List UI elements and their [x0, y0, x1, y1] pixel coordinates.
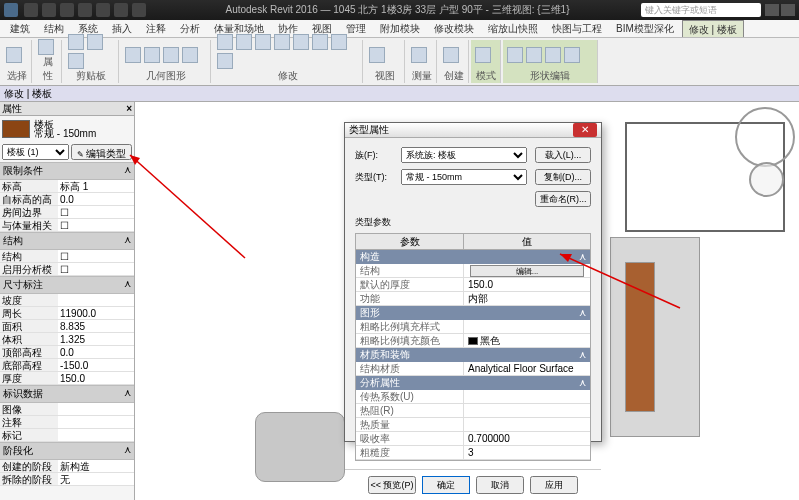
- close-icon[interactable]: ×: [126, 102, 132, 115]
- create-icon[interactable]: [443, 47, 459, 63]
- properties-panel: 属性 × 楼板 常规 - 150mm 楼板 (1) ✎ 编辑类型 限制条件⋏ 标…: [0, 102, 135, 500]
- dialog-close-button[interactable]: ✕: [573, 123, 597, 137]
- qat-btn[interactable]: [114, 3, 128, 17]
- instance-select[interactable]: 楼板 (1): [2, 144, 69, 160]
- maximize-btn[interactable]: [781, 4, 795, 16]
- family-label: 族(F):: [355, 149, 397, 162]
- tab-zoom[interactable]: 缩放山快照: [482, 20, 544, 37]
- type-swatch-icon: [2, 120, 30, 138]
- quick-access-toolbar: [24, 3, 146, 17]
- help-search[interactable]: 键入关键字或短语: [641, 3, 761, 17]
- ribbon-group-measure: 测量: [407, 40, 437, 83]
- rough-value[interactable]: 3: [464, 446, 590, 459]
- ribbon-tabs: 建筑 结构 系统 插入 注释 分析 体量和场地 协作 视图 管理 附加模块 修改…: [0, 20, 799, 38]
- structure-edit-button[interactable]: 编辑...: [470, 265, 583, 277]
- sect-graphics[interactable]: 图形⋏: [356, 306, 590, 320]
- window-title: Autodesk Revit 2016 — 1045 北方 1楼3房 33层 户…: [154, 3, 641, 17]
- mod-icon[interactable]: [217, 34, 233, 50]
- type-select[interactable]: 常规 - 150mm: [401, 169, 527, 185]
- shape-icon[interactable]: [507, 47, 523, 63]
- absorb-value[interactable]: 0.700000: [464, 432, 590, 445]
- col-param: 参数: [356, 234, 464, 249]
- section-phasing[interactable]: 阶段化⋏: [0, 442, 134, 460]
- section-identity[interactable]: 标识数据⋏: [0, 385, 134, 403]
- section-dimensions[interactable]: 尺寸标注⋏: [0, 276, 134, 294]
- mod-icon[interactable]: [217, 53, 233, 69]
- mode-icon[interactable]: [475, 47, 491, 63]
- measure-icon[interactable]: [411, 47, 427, 63]
- rename-button[interactable]: 重命名(R)...: [535, 191, 591, 207]
- thick-value: 150.0: [464, 278, 590, 291]
- struct-mat[interactable]: Analytical Floor Surface: [464, 362, 590, 375]
- geom-icon[interactable]: [144, 47, 160, 63]
- section-structural[interactable]: 结构⋏: [0, 232, 134, 250]
- mod-icon[interactable]: [312, 34, 328, 50]
- edit-type-button[interactable]: ✎ 编辑类型: [71, 144, 132, 160]
- mod-icon[interactable]: [255, 34, 271, 50]
- offset-value[interactable]: 0.0: [58, 193, 134, 205]
- analytical-check[interactable]: [58, 263, 134, 275]
- tab-quick[interactable]: 快图与工程: [546, 20, 608, 37]
- tab-modify-floor[interactable]: 修改 | 楼板: [682, 20, 744, 37]
- shape-icon[interactable]: [564, 47, 580, 63]
- shape-icon[interactable]: [545, 47, 561, 63]
- duplicate-button[interactable]: 复制(D)...: [535, 169, 591, 185]
- props-title: 属性: [2, 102, 22, 115]
- params-label: 类型参数: [355, 216, 591, 229]
- app-icon[interactable]: [4, 3, 18, 17]
- preview-button[interactable]: << 预览(P): [368, 476, 416, 494]
- minimize-btn[interactable]: [765, 4, 779, 16]
- qat-btn[interactable]: [132, 3, 146, 17]
- sect-construction[interactable]: 构造⋏: [356, 250, 590, 264]
- coarse-color[interactable]: 黑色: [464, 334, 590, 347]
- structural-check[interactable]: [58, 250, 134, 262]
- view-icon[interactable]: [369, 47, 385, 63]
- col-value: 值: [464, 234, 590, 249]
- type-label: 类型(T):: [355, 171, 397, 184]
- section-constraints[interactable]: 限制条件⋏: [0, 162, 134, 180]
- level-value[interactable]: 标高 1: [58, 180, 134, 192]
- sect-analytical[interactable]: 分析属性⋏: [356, 376, 590, 390]
- tab-modify-mod[interactable]: 修改模块: [428, 20, 480, 37]
- cancel-button[interactable]: 取消: [476, 476, 524, 494]
- select-icon[interactable]: [6, 47, 22, 63]
- ribbon-group-geometry: 几何图形: [121, 40, 211, 83]
- mass-rel-check[interactable]: [58, 219, 134, 231]
- cut-icon[interactable]: [87, 34, 103, 50]
- mod-icon[interactable]: [293, 34, 309, 50]
- type-selector[interactable]: 楼板 常规 - 150mm: [0, 116, 134, 142]
- tab-bim[interactable]: BIM模型深化: [610, 20, 680, 37]
- mod-icon[interactable]: [274, 34, 290, 50]
- qat-btn[interactable]: [78, 3, 92, 17]
- context-bar: 修改 | 楼板: [0, 86, 799, 102]
- tab-addins[interactable]: 附加模块: [374, 20, 426, 37]
- sect-materials[interactable]: 材质和装饰⋏: [356, 348, 590, 362]
- ok-button[interactable]: 确定: [422, 476, 470, 494]
- props-icon[interactable]: [38, 39, 54, 55]
- dialog-titlebar[interactable]: 类型属性 ✕: [345, 123, 601, 138]
- tab-analyze[interactable]: 分析: [174, 20, 206, 37]
- tab-struct[interactable]: 结构: [38, 20, 70, 37]
- tab-arch[interactable]: 建筑: [4, 20, 36, 37]
- family-select[interactable]: 系统族: 楼板: [401, 147, 527, 163]
- qat-btn[interactable]: [96, 3, 110, 17]
- function-value[interactable]: 内部: [464, 292, 590, 305]
- apply-button[interactable]: 应用: [530, 476, 578, 494]
- geom-icon[interactable]: [125, 47, 141, 63]
- shape-icon[interactable]: [526, 47, 542, 63]
- qat-btn[interactable]: [42, 3, 56, 17]
- ribbon-group-select: 选择: [2, 40, 32, 83]
- load-button[interactable]: 载入(L)...: [535, 147, 591, 163]
- geom-icon[interactable]: [182, 47, 198, 63]
- paste-icon[interactable]: [68, 34, 84, 50]
- room-bound-check[interactable]: [58, 206, 134, 218]
- copy-icon[interactable]: [68, 53, 84, 69]
- tab-annotate[interactable]: 注释: [140, 20, 172, 37]
- qat-btn[interactable]: [24, 3, 38, 17]
- ribbon-group-modify: 修改: [213, 40, 363, 83]
- dialog-title-text: 类型属性: [349, 123, 573, 137]
- mod-icon[interactable]: [236, 34, 252, 50]
- mod-icon[interactable]: [331, 34, 347, 50]
- geom-icon[interactable]: [163, 47, 179, 63]
- qat-btn[interactable]: [60, 3, 74, 17]
